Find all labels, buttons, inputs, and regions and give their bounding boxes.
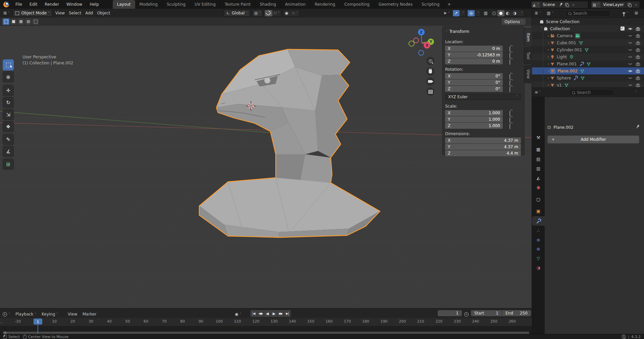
menu-edit[interactable]: Edit (26, 0, 41, 9)
rotation-mode-dropdown[interactable]: XYZ Euler˅ (445, 94, 521, 100)
timeline-menu-view[interactable]: View (68, 311, 77, 317)
properties-tab-world[interactable]: ◉ (532, 182, 545, 192)
outliner-row-camera[interactable]: ›Camera (532, 32, 644, 39)
play-reverse-button[interactable]: ◀ (264, 310, 271, 317)
new-scene-icon[interactable] (565, 3, 569, 7)
add-cube-tool[interactable]: ⊞ (3, 159, 14, 170)
sidebar-tab-view[interactable]: View (524, 65, 532, 83)
select-mode-new[interactable] (3, 18, 9, 25)
camera-view-button[interactable] (426, 77, 434, 86)
transform-orientation-selector[interactable]: ∟Global˅ (224, 10, 250, 17)
selected-model[interactable] (188, 44, 396, 245)
properties-options-button[interactable]: ˅ (635, 89, 637, 95)
proportional-edit-toggle[interactable]: ◉ (283, 10, 290, 16)
scale-tool[interactable]: ⇲ (3, 109, 14, 120)
properties-tab-material[interactable]: ◑ (532, 263, 545, 272)
outliner-row-v1[interactable]: ›v1 (532, 81, 644, 89)
disclosure-icon[interactable]: › (547, 34, 550, 38)
properties-tab-view-layer[interactable]: ▥ (532, 164, 545, 173)
options-button[interactable]: Options˅ (502, 18, 526, 25)
menu-window[interactable]: Window (63, 0, 86, 9)
axis-x-handle[interactable]: X (424, 42, 430, 49)
render-visibility-icon[interactable] (636, 55, 640, 59)
properties-tab-scene[interactable]: ◭ (532, 173, 545, 182)
render-visibility-icon[interactable] (636, 76, 640, 80)
workspace-tab-scripting[interactable]: Scripting (417, 0, 444, 9)
new-view-layer-icon[interactable] (628, 3, 631, 7)
viewport-menu-add[interactable]: Add (83, 9, 95, 17)
properties-tab-output[interactable]: ▤ (532, 154, 545, 164)
visibility-eye-icon[interactable] (628, 26, 633, 31)
add-modifier-button[interactable]: + Add Modifier (547, 135, 639, 144)
jump-to-start-button[interactable]: |◀ (251, 310, 257, 317)
visibility-eye-icon[interactable] (628, 62, 633, 66)
render-visibility-icon[interactable] (636, 83, 640, 88)
outliner-row-sphere[interactable]: ›Sphere (532, 74, 644, 81)
axis-z-neg-handle[interactable] (418, 50, 424, 56)
view-layer-browse-button[interactable]: ▥˅ (591, 2, 600, 8)
outliner-row-scene-collection[interactable]: Scene Collection (532, 18, 644, 25)
workspace-tab-layout[interactable]: Layout (113, 0, 135, 9)
outliner-editor-type-button[interactable]: ≣˅ (535, 10, 541, 16)
next-keyframe-button[interactable]: ◆▶ (277, 310, 284, 317)
render-visibility-icon[interactable] (636, 62, 640, 66)
field-scale-x[interactable]: X1.000 (445, 110, 503, 116)
workspace-tab-geometry-nodes[interactable]: Geometry Nodes (374, 0, 417, 9)
menu-file[interactable]: File (12, 0, 26, 9)
editor-type-button[interactable]: ⊞˅ (1, 9, 12, 17)
breadcrumb-object-name[interactable]: Plane.002 (553, 125, 574, 130)
transform-tool[interactable]: ❖ (3, 121, 14, 132)
outliner-display-mode-button[interactable]: ▥˅ (547, 10, 553, 16)
collection-checkbox[interactable]: ✓ (621, 26, 625, 31)
remove-view-layer-icon[interactable]: × (633, 3, 640, 7)
use-preview-range-toggle[interactable] (464, 311, 469, 317)
field-rotation-z[interactable]: Z0° (445, 86, 503, 92)
workspace-tab-animation[interactable]: Animation (281, 0, 310, 9)
select-mode-invert[interactable] (25, 18, 32, 25)
select-mode-subtract[interactable] (17, 18, 24, 25)
properties-tab-collection[interactable]: ▢ (532, 194, 545, 204)
view-layer-name[interactable]: ViewLayer (600, 2, 627, 7)
timeline-ruler[interactable]: -101020304050607080901001101201301401501… (0, 318, 532, 326)
properties-editor-type-button[interactable]: ≡˅ (535, 89, 541, 95)
visibility-eye-icon[interactable] (628, 48, 633, 52)
properties-tab-render[interactable]: ▦ (532, 145, 545, 154)
workspace-tab-modeling[interactable]: Modeling (135, 0, 163, 9)
disclosure-icon[interactable]: ˅ (540, 26, 543, 31)
annotate-tool[interactable]: ✎ (3, 134, 14, 145)
workspace-tab-uv-editing[interactable]: UV Editing (190, 0, 220, 9)
outliner-row-light[interactable]: ›Light (532, 53, 644, 60)
lock-icon[interactable] (509, 74, 510, 79)
workspace-tab-rendering[interactable]: Rendering (310, 0, 340, 9)
properties-search-input[interactable]: Search (569, 89, 614, 96)
render-visibility-icon[interactable] (636, 48, 640, 52)
lock-icon[interactable] (509, 111, 510, 116)
field-location-z[interactable]: Z0 m (445, 58, 503, 64)
properties-tab-tool[interactable]: ⚒ (532, 133, 545, 142)
pivot-point-selector[interactable]: ◎˅ (252, 10, 263, 17)
properties-tab-particles[interactable]: ∴ (532, 226, 545, 235)
workspace-tab-compositing[interactable]: Compositing (340, 0, 374, 9)
properties-tab-object[interactable]: ▣ (532, 206, 545, 216)
workspace-tab-sculpting[interactable]: Sculpting (162, 0, 190, 9)
view-layer-selector[interactable]: ▥˅ ViewLayer × (591, 1, 640, 8)
lock-icon[interactable] (509, 118, 510, 122)
timeline-menu-marker[interactable]: Marker (83, 311, 96, 317)
lock-icon[interactable] (509, 87, 510, 92)
menu-help[interactable]: Help (86, 0, 102, 9)
lock-icon[interactable] (509, 53, 510, 58)
properties-tab-constraints[interactable]: ⊛ (532, 244, 545, 253)
pan-button[interactable] (426, 67, 434, 75)
playhead-marker[interactable]: 1 (34, 319, 42, 325)
render-visibility-icon[interactable] (636, 26, 640, 31)
xray-toggle[interactable]: ▥ (482, 9, 489, 17)
axis-y-neg-handle[interactable] (409, 41, 415, 47)
shading-material-button[interactable]: ◐ (504, 10, 511, 16)
disclosure-icon[interactable]: › (547, 62, 550, 66)
prev-keyframe-button[interactable]: ◀◆ (257, 310, 264, 317)
field-dimensions-y[interactable]: Y4.37 m (445, 144, 521, 150)
viewport-menu-object[interactable]: Object (95, 9, 112, 17)
scene-selector[interactable]: ◭˅ Scene × (531, 1, 588, 8)
field-scale-z[interactable]: Z1.000 (445, 123, 503, 129)
lock-icon[interactable] (509, 47, 510, 52)
